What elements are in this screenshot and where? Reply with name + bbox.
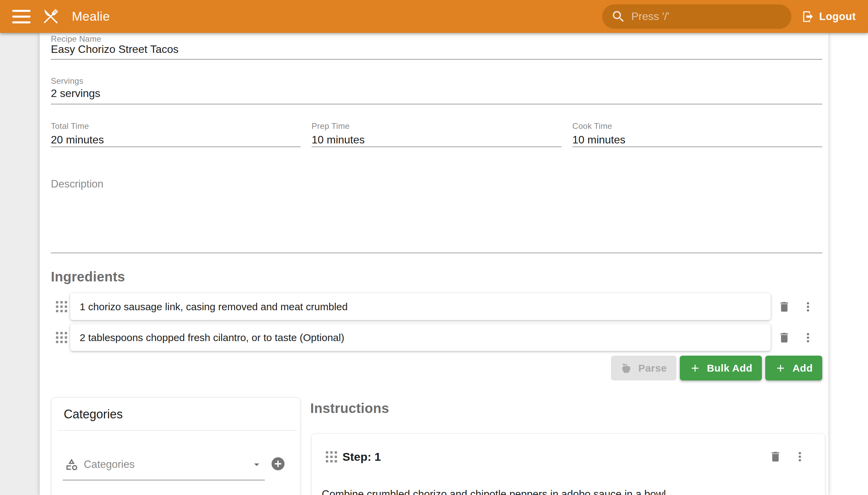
ingredients-section-title: Ingredients (51, 269, 125, 285)
description-textarea[interactable] (51, 189, 822, 253)
mealie-logo-icon (39, 5, 62, 28)
search-icon (611, 9, 626, 24)
cook-time-label: Cook Time (572, 121, 612, 131)
ingredient-actions: Parse Bulk Add Add (611, 356, 822, 380)
cook-time-field: Cook Time 10 minutes (572, 121, 822, 148)
apple-icon (620, 362, 632, 374)
kebab-menu-icon (802, 331, 814, 344)
delete-ingredient-button[interactable] (777, 300, 792, 314)
plus-icon (775, 362, 786, 374)
servings-label: Servings (51, 76, 83, 86)
recipe-name-label: Recipe Name (51, 34, 101, 44)
cook-time-input[interactable]: 10 minutes (572, 134, 626, 146)
total-time-field: Total Time 20 minutes (51, 121, 301, 148)
trash-icon (778, 301, 791, 313)
delete-ingredient-button[interactable] (777, 330, 792, 345)
app-bar: Mealie Press '/' Logout (0, 0, 868, 33)
step-menu-button[interactable] (793, 449, 807, 464)
logout-button[interactable]: Logout (802, 10, 856, 23)
logout-icon (802, 10, 814, 23)
ingredient-menu-button[interactable] (801, 330, 815, 345)
ingredient-input[interactable]: 1 chorizo sausage link, casing removed a… (70, 293, 771, 320)
ingredient-row: 1 chorizo sausage link, casing removed a… (51, 293, 822, 320)
add-label: Add (793, 362, 813, 374)
prep-time-input[interactable]: 10 minutes (311, 134, 365, 146)
drag-handle-icon[interactable] (56, 332, 67, 343)
chevron-down-icon (251, 458, 263, 471)
step-text-input[interactable]: Combine crumbled chorizo and chipotle pe… (322, 487, 813, 495)
drag-handle-icon[interactable] (326, 451, 337, 462)
recipe-name-input[interactable]: Easy Chorizo Street Tacos (51, 43, 178, 56)
servings-underline (51, 104, 822, 104)
parse-button[interactable]: Parse (611, 356, 676, 380)
ingredient-row: 2 tablespoons chopped fresh cilantro, or… (51, 324, 822, 351)
delete-step-button[interactable] (768, 449, 783, 464)
description-underline (51, 253, 822, 253)
servings-input[interactable]: 2 servings (51, 87, 100, 100)
parse-label: Parse (638, 362, 667, 374)
kebab-menu-icon (794, 450, 806, 463)
trash-icon (769, 450, 782, 463)
categories-card-title: Categories (64, 407, 123, 422)
times-row: Total Time 20 minutes Prep Time 10 minut… (51, 121, 822, 148)
ingredient-menu-button[interactable] (801, 300, 815, 314)
shapes-icon (65, 458, 78, 471)
add-button[interactable]: Add (765, 356, 822, 380)
categories-card: Categories Categories (51, 397, 301, 495)
total-time-input[interactable]: 20 minutes (51, 134, 104, 146)
kebab-menu-icon (802, 301, 814, 313)
prep-time-field: Prep Time 10 minutes (311, 121, 561, 148)
search-input[interactable]: Press '/' (602, 4, 792, 29)
instruction-step-card: Step: 1 Combine crumbled chorizo and chi… (311, 433, 825, 495)
recipe-name-underline (51, 59, 822, 60)
recipe-editor-card: Recipe Name Easy Chorizo Street Tacos Se… (40, 33, 828, 495)
categories-select-label: Categories (84, 458, 135, 471)
prep-time-label: Prep Time (311, 121, 350, 131)
instructions-section-title: Instructions (310, 401, 389, 416)
bulk-add-label: Bulk Add (707, 362, 753, 374)
categories-select[interactable]: Categories (63, 449, 265, 480)
trash-icon (778, 331, 791, 344)
search-placeholder: Press '/' (631, 10, 669, 23)
description-label: Description (51, 178, 103, 190)
bulk-add-button[interactable]: Bulk Add (680, 356, 762, 380)
plus-icon (689, 362, 701, 374)
menu-icon[interactable] (12, 7, 31, 26)
add-category-button[interactable] (270, 456, 286, 472)
divider (58, 430, 297, 431)
step-title: Step: 1 (342, 450, 381, 463)
page-background (0, 33, 40, 495)
total-time-label: Total Time (51, 121, 89, 131)
app-title: Mealie (72, 10, 110, 24)
drag-handle-icon[interactable] (56, 301, 67, 312)
ingredient-input[interactable]: 2 tablespoons chopped fresh cilantro, or… (70, 324, 771, 351)
step-header: Step: 1 (311, 443, 825, 470)
logout-label: Logout (819, 11, 856, 23)
